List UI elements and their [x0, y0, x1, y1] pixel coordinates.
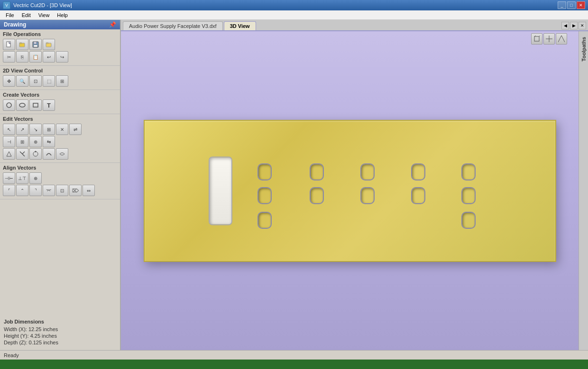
svg-rect-10 [33, 103, 38, 107]
job-dimensions: Job Dimensions Width (X): 12.25 inches H… [0, 315, 120, 350]
align-tl-btn[interactable]: ⌜ [3, 185, 15, 196]
svg-line-18 [539, 36, 540, 36]
file-operations-title: File Operations [3, 31, 117, 37]
align-tc-btn[interactable]: ⌃ [16, 185, 28, 196]
view-wrapper: Toolpaths [121, 31, 588, 350]
delete-node-button[interactable]: ✕ [56, 124, 68, 135]
align-center-h-btn[interactable]: ⊣⊢ [3, 172, 15, 184]
tab-bar: Audio Power Supply Faceplate V3.dxf 3D V… [121, 20, 588, 31]
group-btn[interactable]: ⊞ [16, 136, 28, 147]
svg-point-9 [19, 103, 25, 107]
close-button[interactable]: ✕ [577, 1, 585, 9]
sidebar: Drawing 📌 File Operations [0, 20, 121, 350]
svg-marker-11 [7, 152, 11, 156]
node-edit-button[interactable]: ↗ [16, 124, 28, 135]
align-left-btn[interactable]: ⊣ [3, 136, 15, 147]
isometric-view-button[interactable] [531, 33, 542, 45]
pin-icon[interactable]: 📌 [109, 21, 116, 28]
svg-rect-4 [34, 42, 37, 44]
smooth-node-button[interactable]: ↘ [29, 124, 42, 135]
main-layout: Drawing 📌 File Operations [0, 20, 588, 350]
rect-cutout [209, 156, 232, 225]
hole-2 [310, 163, 324, 180]
pan-button[interactable]: ✥ [3, 75, 15, 87]
tab-3d-view[interactable]: 3D View [224, 21, 256, 30]
transform-button[interactable]: ⊞ [43, 124, 55, 135]
circle-button[interactable] [3, 99, 15, 111]
tab-next-button[interactable]: ▶ [570, 22, 578, 29]
align-ml-btn[interactable]: ⌤ [43, 185, 55, 196]
redo-button[interactable]: ↪ [56, 51, 68, 63]
cut-button[interactable]: ✂ [3, 51, 15, 63]
save-button[interactable] [29, 39, 42, 50]
menu-bar: File Edit View Help [0, 10, 588, 20]
view-toolbar [531, 33, 567, 45]
create-vectors-row1: T [3, 99, 117, 111]
undo-button[interactable]: ↩ [43, 51, 55, 63]
open-folder-button[interactable] [43, 39, 55, 50]
align-mr-btn[interactable]: ⌦ [69, 185, 82, 196]
offset-btn[interactable]: ⊕ [29, 136, 42, 147]
hole-8 [360, 187, 375, 204]
app-icon: V [3, 1, 10, 9]
smooth-btn[interactable] [43, 148, 55, 160]
align-center-btn[interactable]: ⊕ [29, 172, 42, 184]
open-file-button[interactable] [16, 39, 28, 50]
minimize-button[interactable]: _ [558, 1, 566, 9]
tab-close-button[interactable]: ✕ [579, 22, 586, 29]
align-vectors-row1: ⊣⊢ ⊥⊤ ⊕ [3, 172, 117, 184]
front-view-button[interactable] [543, 33, 555, 45]
ellipse-button[interactable] [16, 99, 28, 111]
content-area: Audio Power Supply Faceplate V3.dxf 3D V… [121, 20, 588, 350]
convert-button[interactable]: ⇌ [69, 124, 82, 135]
copy-button[interactable]: ⎘ [16, 51, 28, 63]
3d-view-area[interactable] [121, 31, 579, 350]
menu-file[interactable]: File [2, 11, 18, 19]
tab-prev-button[interactable]: ◀ [561, 22, 569, 29]
align-center-v-btn[interactable]: ⊥⊤ [16, 172, 28, 184]
app-title: Vectric Cut2D - [3D View] [13, 2, 558, 8]
zoom-in-button[interactable]: 🔍 [16, 75, 28, 87]
tab-dxf[interactable]: Audio Power Supply Faceplate V3.dxf [123, 21, 223, 30]
job-dims-title: Job Dimensions [4, 319, 116, 324]
sidebar-title: Drawing [4, 21, 26, 28]
align-tr-btn[interactable]: ⌝ [29, 185, 42, 196]
align-mc-btn[interactable]: ⊡ [56, 185, 68, 196]
title-bar: V Vectric Cut2D - [3D View] _ □ ✕ [0, 0, 588, 10]
svg-rect-0 [7, 42, 10, 47]
side-view-button[interactable] [556, 33, 567, 45]
align-space-btn[interactable]: ⇔ [83, 185, 95, 196]
zoom-fit-button[interactable]: ⊡ [29, 75, 42, 87]
hole-6 [257, 187, 272, 204]
hole-7 [310, 187, 324, 204]
text-button[interactable]: T [43, 99, 55, 111]
rectangle-button[interactable] [29, 99, 42, 111]
new-file-button[interactable] [3, 39, 15, 50]
select-button[interactable]: ↖ [3, 124, 15, 135]
edit-vectors-row2: ⊣ ⊞ ⊕ ⇆ [3, 136, 117, 147]
menu-help[interactable]: Help [53, 11, 72, 19]
weld-btn[interactable] [3, 148, 15, 160]
trim-btn[interactable] [16, 148, 28, 160]
file-ops-row1 [3, 39, 117, 50]
edit-vectors-row1: ↖ ↗ ↘ ⊞ ✕ ⇌ [3, 124, 117, 135]
tab-nav-controls: ◀ ▶ ✕ [561, 22, 586, 29]
2d-view-row1: ✥ 🔍 ⊡ ⬚ ⊞ [3, 75, 117, 87]
align-vectors-title: Align Vectors [3, 165, 117, 171]
toolpaths-label[interactable]: Toolpaths [581, 37, 587, 62]
mirror-btn[interactable]: ⇆ [43, 136, 55, 147]
edit-vectors-row3 [3, 148, 117, 160]
restore-button[interactable]: □ [567, 1, 576, 9]
close-path-btn[interactable] [29, 148, 42, 160]
reverse-btn[interactable] [56, 148, 68, 160]
zoom-box-button[interactable]: ⬚ [43, 75, 55, 87]
zoom-all-button[interactable]: ⊞ [56, 75, 68, 87]
2d-view-section: 2D View Control ✥ 🔍 ⊡ ⬚ ⊞ [0, 66, 120, 90]
status-text: Ready [4, 352, 19, 358]
paste-button[interactable]: 📋 [29, 51, 42, 63]
menu-view[interactable]: View [35, 11, 54, 19]
job-height: Height (Y): 4.25 inches [4, 333, 116, 339]
menu-edit[interactable]: Edit [18, 11, 35, 19]
align-vectors-row2: ⌜ ⌃ ⌝ ⌤ ⊡ ⌦ ⇔ [3, 185, 117, 196]
status-bar: Ready [0, 350, 588, 360]
